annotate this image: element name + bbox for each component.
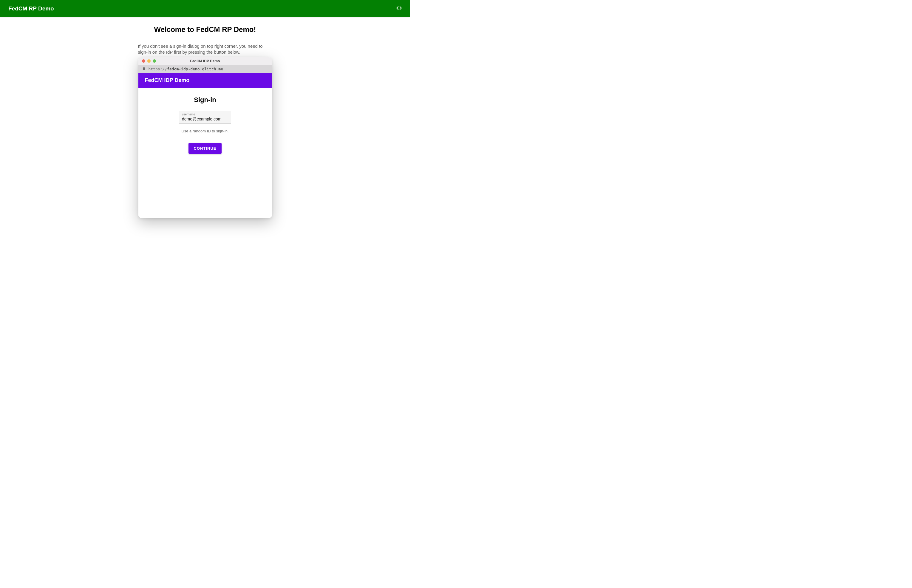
- main-content: Welcome to FedCM RP Demo! If you don't s…: [0, 17, 410, 218]
- code-icon[interactable]: [396, 5, 402, 11]
- maximize-window-icon[interactable]: [153, 59, 156, 63]
- minimize-window-icon[interactable]: [147, 59, 150, 63]
- app-title: FedCM RP Demo: [8, 5, 54, 12]
- signin-title: Sign-in: [138, 96, 272, 104]
- window-title: FedCM IDP Demo: [138, 59, 272, 63]
- url-prefix: https://: [149, 67, 167, 71]
- idp-body: Sign-in username Use a random ID to sign…: [138, 88, 272, 218]
- url-bar: https://fedcm-idp-demo.glitch.me: [138, 65, 272, 73]
- lock-icon: [142, 67, 146, 71]
- idp-header: FedCM IDP Demo: [138, 73, 272, 88]
- window-chrome: FedCM IDP Demo: [138, 57, 272, 65]
- svg-rect-0: [143, 68, 145, 70]
- top-bar: FedCM RP Demo: [0, 0, 410, 17]
- traffic-lights: [138, 59, 156, 63]
- username-field-wrapper[interactable]: username: [179, 111, 231, 123]
- instruction-text: If you don't see a sign-in dialog on top…: [138, 43, 272, 55]
- close-window-icon[interactable]: [142, 59, 145, 63]
- url-host: fedcm-idp-demo.glitch.me: [167, 67, 223, 71]
- popup-window: FedCM IDP Demo https://fedcm-idp-demo.gl…: [138, 57, 272, 218]
- idp-header-title: FedCM IDP Demo: [145, 77, 190, 84]
- username-input[interactable]: [182, 116, 228, 121]
- continue-button[interactable]: CONTINUE: [189, 143, 222, 154]
- username-label: username: [182, 113, 228, 116]
- url-text: https://fedcm-idp-demo.glitch.me: [149, 67, 223, 71]
- page-title: Welcome to FedCM RP Demo!: [0, 25, 410, 34]
- helper-text: Use a random ID to sign-in.: [138, 129, 272, 133]
